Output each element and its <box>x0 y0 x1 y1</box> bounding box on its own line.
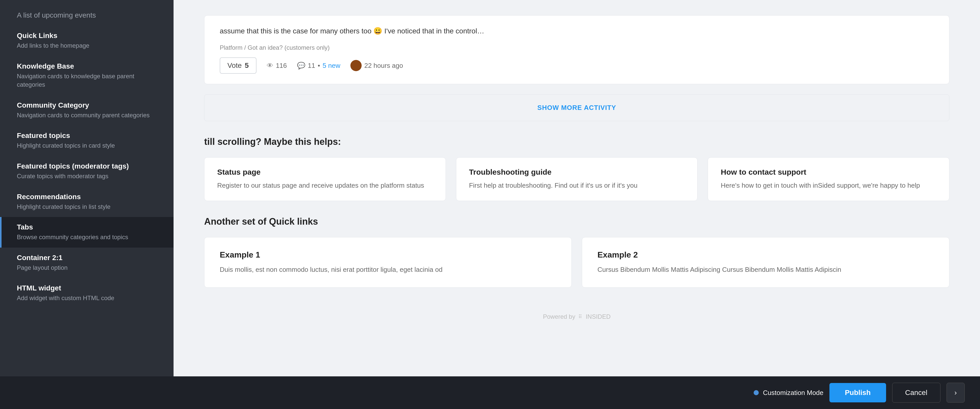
card-status-page-desc: Register to our status page and receive … <box>217 181 433 190</box>
vote-row: Vote 5 👁 116 💬 11 • 5 new 22 hours ago <box>220 57 934 74</box>
sidebar-item-quick-links-desc: Add links to the homepage <box>17 41 158 50</box>
card-troubleshooting-desc: First help at troubleshooting. Find out … <box>469 181 685 190</box>
bottom-bar: Customization Mode Publish Cancel › <box>0 376 980 409</box>
footer: Powered by ⠿ INSIDED <box>173 303 980 330</box>
sidebar-item-events[interactable]: A list of upcoming events <box>0 5 173 25</box>
insided-dots-icon: ⠿ <box>578 314 583 320</box>
eye-icon: 👁 <box>267 62 273 70</box>
new-comments: 5 new <box>323 62 340 70</box>
sidebar-item-featured-topics-desc: Highlight curated topics in card style <box>17 141 158 150</box>
quick-link-example1[interactable]: Example 1 Duis mollis, est non commodo l… <box>204 237 572 288</box>
comments-meta: 💬 11 • 5 new <box>297 62 340 70</box>
sidebar-item-recommendations-desc: Highlight curated topics in list style <box>17 203 158 211</box>
sidebar-item-featured-topics-mod[interactable]: Featured topics (moderator tags) Curate … <box>0 156 173 187</box>
card-troubleshooting[interactable]: Troubleshooting guide First help at trou… <box>456 157 698 201</box>
sidebar-item-container-desc: Page layout option <box>17 263 158 272</box>
card-status-page-title: Status page <box>217 168 433 176</box>
sidebar-item-html-widget[interactable]: HTML widget Add widget with custom HTML … <box>0 278 173 309</box>
activity-breadcrumb: Platform / Got an idea? (customers only) <box>220 44 934 51</box>
card-troubleshooting-title: Troubleshooting guide <box>469 168 685 176</box>
sidebar-item-tabs[interactable]: Tabs Browse community categories and top… <box>0 217 173 247</box>
section2-cards: Example 1 Duis mollis, est non commodo l… <box>204 237 950 288</box>
time-ago: 22 hours ago <box>364 62 403 70</box>
avatar <box>350 60 362 71</box>
sidebar-item-quick-links[interactable]: Quick Links Add links to the homepage <box>0 25 173 56</box>
sidebar-item-community-category-title: Community Category <box>17 101 158 109</box>
main-content: assume that this is the case for many ot… <box>173 0 980 409</box>
activity-card: assume that this is the case for many ot… <box>204 15 950 84</box>
sidebar-item-knowledge-base-desc: Navigation cards to knowledge base paren… <box>17 72 158 89</box>
card-contact-support[interactable]: How to contact support Here's how to get… <box>708 157 950 201</box>
views-meta: 👁 116 <box>267 62 287 70</box>
card-status-page[interactable]: Status page Register to our status page … <box>204 157 446 201</box>
sidebar-item-featured-topics-title: Featured topics <box>17 132 158 140</box>
sidebar-item-html-widget-desc: Add widget with custom HTML code <box>17 294 158 303</box>
sidebar-item-quick-links-title: Quick Links <box>17 32 158 40</box>
brand-name: INSIDED <box>586 313 611 320</box>
sidebar-item-featured-topics-mod-desc: Curate topics with moderator tags <box>17 172 158 181</box>
vote-label: Vote <box>228 62 242 70</box>
time-meta: 22 hours ago <box>350 60 403 71</box>
sidebar-item-featured-topics[interactable]: Featured topics Highlight curated topics… <box>0 125 173 156</box>
sidebar-item-community-category[interactable]: Community Category Navigation cards to c… <box>0 95 173 126</box>
publish-button[interactable]: Publish <box>829 383 886 403</box>
customization-dot-icon <box>754 390 759 395</box>
quick-link-example1-desc: Duis mollis, est non commodo luctus, nis… <box>220 265 556 274</box>
vote-button[interactable]: Vote 5 <box>220 57 256 74</box>
activity-text: assume that this is the case for many ot… <box>220 26 934 36</box>
sidebar-item-container[interactable]: Container 2:1 Page layout option <box>0 247 173 278</box>
vote-count: 5 <box>245 62 249 70</box>
sidebar-item-recommendations[interactable]: Recommendations Highlight curated topics… <box>0 187 173 217</box>
card-contact-support-title: How to contact support <box>721 168 936 176</box>
sidebar-item-events-desc: A list of upcoming events <box>17 11 96 19</box>
customization-mode-indicator: Customization Mode <box>754 389 823 397</box>
sidebar-item-community-category-desc: Navigation cards to community parent cat… <box>17 111 158 120</box>
dot-separator: • <box>318 62 320 70</box>
section1-title: till scrolling? Maybe this helps: <box>204 136 950 147</box>
cancel-button[interactable]: Cancel <box>892 383 940 403</box>
quick-link-example2-title: Example 2 <box>597 250 934 260</box>
section1-cards: Status page Register to our status page … <box>204 157 950 201</box>
sidebar-items: A list of upcoming events Quick Links Ad… <box>0 0 173 314</box>
sidebar-item-knowledge-base[interactable]: Knowledge Base Navigation cards to knowl… <box>0 56 173 95</box>
quick-link-example1-title: Example 1 <box>220 250 556 260</box>
sidebar-item-container-title: Container 2:1 <box>17 254 158 262</box>
show-more-button[interactable]: SHOW MORE ACTIVITY <box>204 94 950 121</box>
comment-icon: 💬 <box>297 62 305 70</box>
chevron-right-button[interactable]: › <box>947 383 965 403</box>
sidebar-item-featured-topics-mod-title: Featured topics (moderator tags) <box>17 162 158 170</box>
quick-link-example2[interactable]: Example 2 Cursus Bibendum Mollis Mattis … <box>582 237 950 288</box>
show-more-label: SHOW MORE ACTIVITY <box>538 104 616 111</box>
sidebar-item-knowledge-base-title: Knowledge Base <box>17 62 158 70</box>
sidebar-item-tabs-desc: Browse community categories and topics <box>17 233 158 241</box>
sidebar-item-tabs-title: Tabs <box>17 223 158 231</box>
sidebar: A list of upcoming events Quick Links Ad… <box>0 0 173 393</box>
card-contact-support-desc: Here's how to get in touch with inSided … <box>721 181 936 190</box>
comments-count: 11 <box>308 62 315 70</box>
powered-by-text: Powered by <box>543 313 575 320</box>
customization-mode-label: Customization Mode <box>763 389 823 397</box>
views-count: 116 <box>276 62 287 70</box>
sidebar-item-html-widget-title: HTML widget <box>17 284 158 292</box>
sidebar-item-recommendations-title: Recommendations <box>17 193 158 201</box>
section2-title: Another set of Quick links <box>204 216 950 227</box>
quick-link-example2-desc: Cursus Bibendum Mollis Mattis Adipiscing… <box>597 265 934 274</box>
footer-logo: Powered by ⠿ INSIDED <box>543 313 611 320</box>
